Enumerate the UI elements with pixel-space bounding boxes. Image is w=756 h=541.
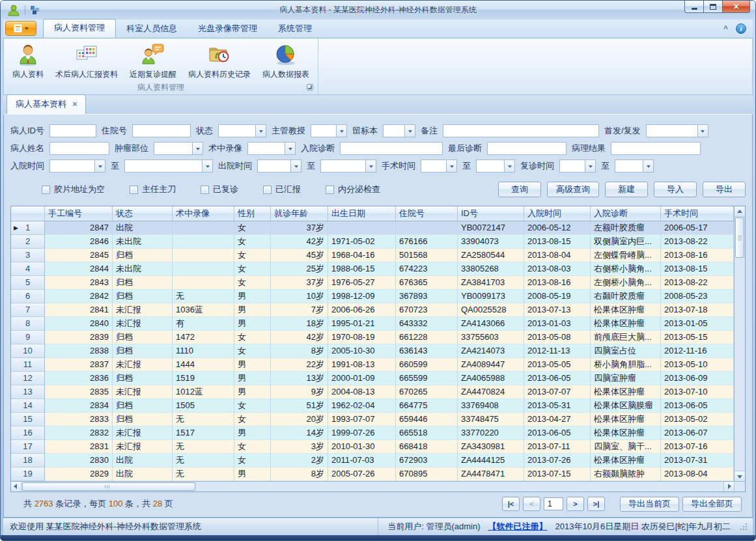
- row-header-cell[interactable]: 4: [11, 262, 45, 276]
- filter-combo-tumor-site[interactable]: [154, 142, 203, 155]
- filter-input-patient-name[interactable]: [49, 142, 109, 155]
- minimize-button[interactable]: [684, 1, 703, 13]
- filter-combo-followup-date-from[interactable]: [559, 160, 596, 173]
- filter-combo-surgery-date-from[interactable]: [421, 160, 457, 173]
- ribbon-tab-disc-video-management[interactable]: 光盘录像带管理: [188, 20, 268, 38]
- pagination-next-button[interactable]: >: [567, 497, 584, 511]
- table-row[interactable]: 92839归档1472女42岁1970-08-19661228337556032…: [11, 331, 734, 344]
- ribbon-tab-department-staff-info[interactable]: 科室人员信息: [116, 20, 188, 38]
- filter-combo-admission-date-from[interactable]: [49, 160, 105, 173]
- table-row[interactable]: 162832未汇报1517男14岁1999-07-266655183377022…: [11, 426, 734, 440]
- table-row[interactable]: 22846未出院女42岁1971-05-02676166339040732013…: [11, 235, 734, 249]
- pagination-first-button[interactable]: |<: [502, 497, 520, 511]
- dropdown-arrow-icon[interactable]: [255, 125, 266, 137]
- filter-input-pathology-result[interactable]: [611, 142, 701, 155]
- filter-combo-surgery-date-to[interactable]: [476, 160, 515, 173]
- checkbox-chief-surgeon[interactable]: 主任主刀: [130, 184, 176, 195]
- ribbon-button-followup-reminder[interactable]: 近期复诊提醒: [124, 40, 182, 81]
- dropdown-arrow-icon[interactable]: [365, 160, 376, 172]
- dropdown-arrow-icon[interactable]: [446, 160, 456, 172]
- ribbon-tab-system-management[interactable]: 系统管理: [268, 20, 322, 38]
- import-button[interactable]: 导入: [654, 182, 697, 197]
- column-header-surgery-date[interactable]: 手术时间: [661, 206, 734, 221]
- table-row[interactable]: 122836归档1519男13岁2000-01-09665599ZA406598…: [11, 372, 734, 385]
- row-header-cell[interactable]: 7: [11, 303, 45, 317]
- table-row[interactable]: 192829出院无男8岁2005-07-26670895ZA4478471201…: [11, 467, 734, 481]
- row-header-cell[interactable]: 8: [11, 317, 45, 331]
- column-header-admission-diagnosis[interactable]: 入院诊断: [591, 206, 661, 221]
- row-header-cell[interactable]: 10: [11, 344, 45, 358]
- column-header-status[interactable]: 状态: [113, 206, 173, 221]
- table-row[interactable]: ▶12847出院女37岁YB00721472006-05-12左额叶胶质瘤200…: [11, 221, 734, 235]
- row-header-cell[interactable]: 2: [11, 235, 45, 249]
- table-row[interactable]: 182830出院无女2岁2011-07-03672903ZA4444125201…: [11, 454, 734, 467]
- row-header-cell[interactable]: 12: [11, 372, 45, 385]
- dropdown-arrow-icon[interactable]: [290, 160, 301, 172]
- filter-input-admission-no[interactable]: [132, 124, 191, 137]
- info-icon[interactable]: i: [736, 23, 746, 34]
- close-button[interactable]: ×: [722, 1, 750, 13]
- column-header-surgery-video[interactable]: 术中录像: [173, 206, 234, 221]
- row-header-cell[interactable]: 6: [11, 290, 45, 303]
- column-header-admission-no[interactable]: 住院号: [396, 206, 458, 221]
- export-button[interactable]: 导出: [703, 182, 746, 197]
- tab-close-icon[interactable]: ×: [72, 101, 77, 107]
- scroll-left-icon[interactable]: [11, 482, 21, 492]
- row-header-cell[interactable]: 13: [11, 385, 45, 399]
- pagination-prev-button[interactable]: <: [523, 497, 540, 511]
- filter-combo-discharge-date-to[interactable]: [320, 160, 376, 173]
- checkbox-followed-up[interactable]: 已复诊: [201, 184, 238, 195]
- row-header-cell[interactable]: 17: [11, 440, 45, 454]
- row-header-cell[interactable]: 14: [11, 399, 45, 413]
- table-row[interactable]: 172831未汇报无女3岁2010-01-30668418ZA343098120…: [11, 440, 734, 454]
- horizontal-scrollbar[interactable]: [11, 482, 734, 492]
- filter-input-patient-id[interactable]: [49, 124, 96, 137]
- column-header-birth-date[interactable]: 出生日期: [328, 206, 396, 221]
- filter-combo-status[interactable]: [218, 124, 266, 137]
- ribbon-tab-patient-data-management[interactable]: 病人资料管理: [43, 19, 116, 38]
- table-row[interactable]: 82840未汇报有男18岁1995-01-21643332ZA414306620…: [11, 317, 734, 331]
- dropdown-arrow-icon[interactable]: [94, 160, 105, 172]
- column-header-admission-date[interactable]: 入院时间: [524, 206, 591, 221]
- column-header-gender[interactable]: 性别: [234, 206, 271, 221]
- advanced-query-button[interactable]: 高级查询: [547, 182, 599, 197]
- new-button[interactable]: 新建: [605, 182, 648, 197]
- vertical-scrollbar[interactable]: [734, 206, 745, 481]
- ribbon-button-patient-data-report[interactable]: 病人数据报表: [257, 40, 315, 81]
- ribbon-collapse-icon[interactable]: ^: [723, 25, 728, 32]
- dropdown-arrow-icon[interactable]: [504, 160, 514, 172]
- table-row[interactable]: 62842归档无男10岁1998-12-09367893YB0099173200…: [11, 290, 734, 303]
- tab-patient-basic-info[interactable]: 病人基本资料 ×: [7, 94, 86, 114]
- row-header-cell[interactable]: 19: [11, 467, 45, 481]
- quick-access-grid-icon[interactable]: [30, 5, 40, 15]
- table-row[interactable]: 132835未汇报1012蓝男9岁2004-08-13670265ZA44708…: [11, 385, 734, 399]
- table-row[interactable]: 112837未汇报1444男22岁1991-08-13660599ZA40894…: [11, 358, 734, 372]
- filter-combo-followup-date-to[interactable]: [615, 160, 654, 173]
- dropdown-arrow-icon[interactable]: [285, 143, 295, 154]
- dropdown-arrow-icon[interactable]: [404, 125, 415, 137]
- filter-combo-specimen[interactable]: [383, 124, 415, 137]
- table-row[interactable]: 152833归档无女20岁1993-07-0765944633748475201…: [11, 413, 734, 426]
- column-header-manual-no[interactable]: 手工编号: [45, 206, 113, 221]
- scroll-up-icon[interactable]: [735, 206, 745, 217]
- column-header-age-at-visit[interactable]: 就诊年龄: [271, 206, 328, 221]
- table-row[interactable]: 32845归档女45岁1968-04-16501568ZA25805442013…: [11, 249, 734, 262]
- filter-input-admission-diagnosis[interactable]: [340, 142, 443, 155]
- resize-grip-icon[interactable]: [740, 522, 748, 531]
- filter-combo-professor[interactable]: [311, 124, 347, 137]
- row-header-cell[interactable]: ▶1: [11, 221, 45, 235]
- checkbox-endocrine-exam[interactable]: 内分泌检查: [326, 184, 380, 195]
- dropdown-arrow-icon[interactable]: [192, 143, 203, 154]
- license-link[interactable]: 【软件已注册】: [488, 521, 548, 533]
- dropdown-arrow-icon[interactable]: [202, 160, 212, 172]
- filter-input-final-diagnosis[interactable]: [487, 142, 567, 155]
- horizontal-scroll-thumb[interactable]: [22, 482, 195, 491]
- filter-combo-surgery-video[interactable]: [247, 142, 296, 155]
- checkbox-reported[interactable]: 已汇报: [263, 184, 301, 195]
- scroll-down-icon[interactable]: [735, 471, 745, 481]
- dropdown-arrow-icon[interactable]: [585, 160, 595, 172]
- filter-combo-admission-date-to[interactable]: [124, 160, 213, 173]
- dropdown-arrow-icon[interactable]: [643, 160, 653, 172]
- column-header-id-no[interactable]: ID号: [458, 206, 524, 221]
- row-header-cell[interactable]: 11: [11, 358, 45, 372]
